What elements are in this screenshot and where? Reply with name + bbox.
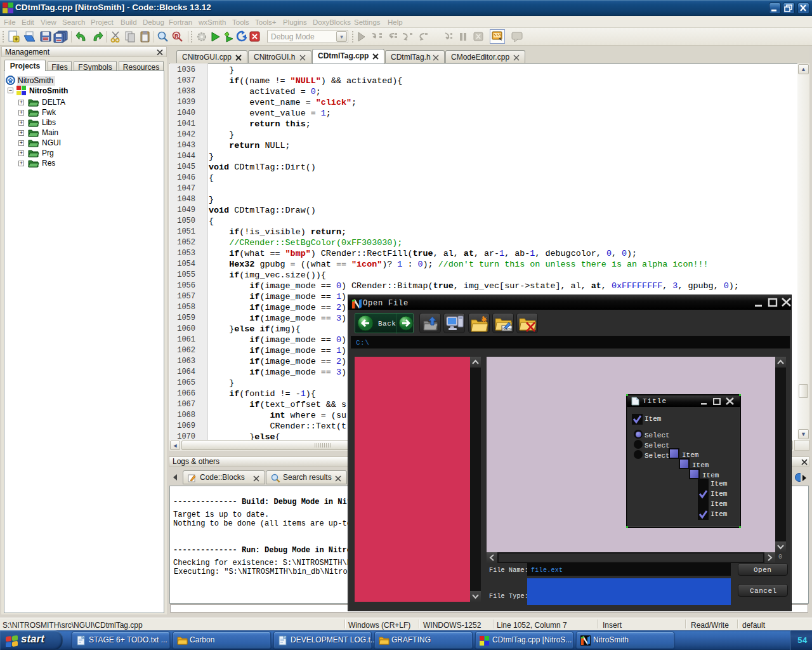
svg-text:R: R [174, 33, 179, 39]
